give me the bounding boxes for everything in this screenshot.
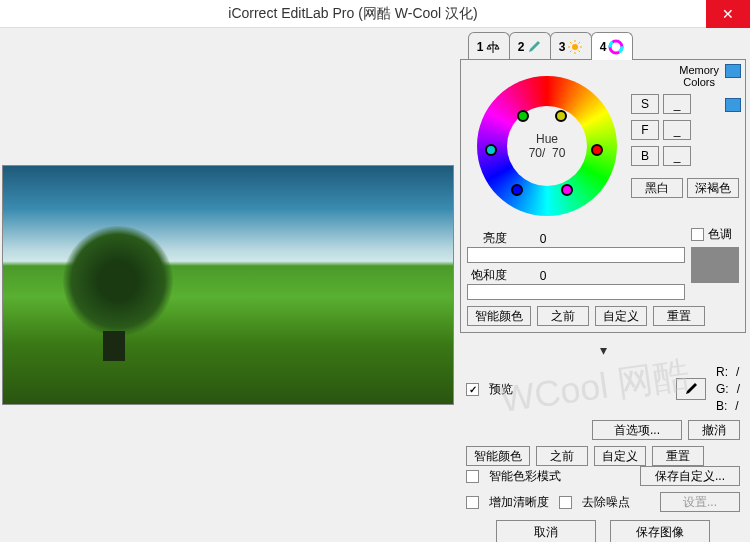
hue-readout: Hue 70/ 70 (529, 132, 566, 161)
sharpen-label: 增加清晰度 (489, 494, 549, 511)
tab-1-num: 1 (477, 40, 484, 54)
brightness-label: 亮度 (467, 230, 507, 247)
marker-yellow[interactable] (555, 110, 567, 122)
window-title: iCorrect EditLab Pro (网酷 W-Cool 汉化) (0, 5, 706, 23)
tab-4-num: 4 (600, 40, 607, 54)
preview-checkbox[interactable] (466, 383, 479, 396)
brightness-value: 0 (513, 232, 573, 246)
rgb-readout: R:/ G:/ B:/ (716, 364, 740, 414)
preview-label: 预览 (489, 381, 513, 398)
undo-button[interactable]: 撤消 (688, 420, 740, 440)
eyedropper-icon (526, 39, 542, 55)
reset-button-2[interactable]: 重置 (652, 446, 704, 466)
hue-right: 70 (552, 146, 565, 160)
hue-left: 70/ (529, 146, 546, 160)
brightness-slider[interactable] (467, 247, 685, 263)
close-button[interactable]: ✕ (706, 0, 750, 28)
marker-red[interactable] (591, 144, 603, 156)
marker-cyan[interactable] (485, 144, 497, 156)
before-button-2[interactable]: 之前 (536, 446, 588, 466)
help-icon[interactable] (725, 64, 741, 78)
preferences-button[interactable]: 首选项... (592, 420, 682, 440)
f-dash-button[interactable]: _ (663, 120, 691, 140)
s-button[interactable]: S (631, 94, 659, 114)
denoise-checkbox[interactable] (559, 496, 572, 509)
tint-swatch[interactable] (691, 247, 739, 283)
b-dash-button[interactable]: _ (663, 146, 691, 166)
tint-checkbox[interactable] (691, 228, 704, 241)
balance-icon (485, 39, 501, 55)
save-image-button[interactable]: 保存图像 (610, 520, 710, 542)
f-button[interactable]: F (631, 120, 659, 140)
eyedropper-button[interactable] (676, 378, 706, 400)
settings-button[interactable]: 设置... (660, 492, 740, 512)
sepia-button[interactable]: 深褐色 (687, 178, 739, 198)
saturation-value: 0 (513, 269, 573, 283)
tab-2[interactable]: 2 (509, 32, 551, 60)
save-custom-button[interactable]: 保存自定义... (640, 466, 740, 486)
marker-green[interactable] (517, 110, 529, 122)
b-button[interactable]: B (631, 146, 659, 166)
eyedropper-icon (683, 381, 699, 397)
bw-button[interactable]: 黑白 (631, 178, 683, 198)
arrow-down-icon: ▾ (600, 342, 607, 358)
memory-colors-label: Memory Colors (679, 64, 719, 88)
smart-color-button-2[interactable]: 智能颜色 (466, 446, 530, 466)
sharpen-checkbox[interactable] (466, 496, 479, 509)
smart-mode-label: 智能色彩模式 (489, 468, 561, 485)
before-button[interactable]: 之前 (537, 306, 589, 326)
marker-magenta[interactable] (561, 184, 573, 196)
smart-mode-checkbox[interactable] (466, 470, 479, 483)
hue-label: Hue (529, 132, 566, 146)
tab-1[interactable]: 1 (468, 32, 510, 60)
s-dash-button[interactable]: _ (663, 94, 691, 114)
saturation-slider[interactable] (467, 284, 685, 300)
custom-button-2[interactable]: 自定义 (594, 446, 646, 466)
tab-3[interactable]: 3 (550, 32, 592, 60)
tab-3-num: 3 (559, 40, 566, 54)
denoise-label: 去除噪点 (582, 494, 630, 511)
tab-4[interactable]: 4 (591, 32, 633, 60)
marker-blue[interactable] (511, 184, 523, 196)
brightness-icon (567, 39, 583, 55)
tab-2-num: 2 (518, 40, 525, 54)
cancel-button[interactable]: 取消 (496, 520, 596, 542)
tint-label: 色调 (708, 226, 732, 243)
svg-point-0 (572, 44, 578, 50)
smart-color-button[interactable]: 智能颜色 (467, 306, 531, 326)
expand-icon[interactable] (725, 98, 741, 112)
preview-image (2, 165, 454, 405)
reset-button[interactable]: 重置 (653, 306, 705, 326)
color-panel: Memory Colors Hue 70/ 70 (460, 59, 746, 333)
custom-button[interactable]: 自定义 (595, 306, 647, 326)
saturation-label: 饱和度 (467, 267, 507, 284)
color-wheel-icon (608, 39, 624, 55)
